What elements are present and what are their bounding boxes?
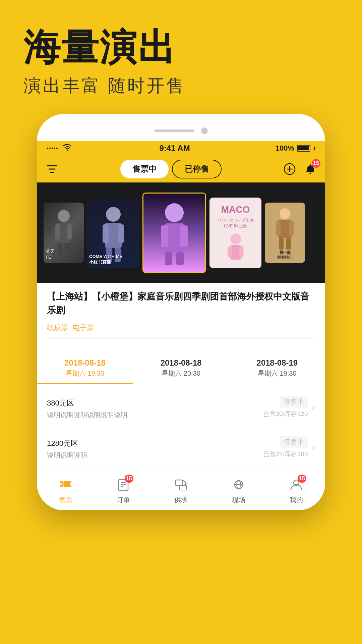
ticket-section: 380元区 说明说明说明说明说明说明 停售中 已售30/库存120 › 1280… (37, 387, 325, 468)
notification-badge: 15 (312, 159, 320, 168)
svg-point-20 (230, 234, 241, 244)
event-title: 【上海站】【小橙堡】家庭音乐剧四季剧团首部海外授权中文版音乐剧 (47, 290, 315, 317)
date-item-2[interactable]: 2018-08-18 星期六 20:30 (133, 354, 229, 384)
svg-rect-5 (67, 224, 72, 239)
ticket-row-1[interactable]: 380元区 说明说明说明说明说明说明 停售中 已售30/库存120 › (47, 387, 315, 427)
ticket-status-2: 停售中 已售22/库存180 (263, 436, 308, 459)
notification-button[interactable]: 15 (302, 161, 318, 177)
phone-mockup: ••••• 9:41 AM 100% 售票中 已停售 (37, 114, 325, 510)
carousel[interactable]: 分天FE COME WITH ME小红书直播 (37, 182, 325, 283)
phone-top-bar (37, 127, 325, 141)
carousel-item-3-featured[interactable] (142, 193, 206, 273)
svg-point-14 (165, 203, 184, 222)
app-nav-bar: 售票中 已停售 15 (37, 156, 325, 182)
status-right: 100% (276, 144, 315, 153)
bottom-tab-live[interactable]: 现场 (210, 473, 267, 504)
carousel-item-2[interactable]: COME WITH ME小红书直播 (87, 198, 139, 268)
bottom-tab-my[interactable]: 15 我的 (267, 473, 325, 504)
supply-tab-icon (172, 476, 190, 493)
svg-point-2 (58, 210, 70, 222)
carousel-item-2-title: COME WITH ME小红书直播 (89, 254, 137, 265)
tab-group: 售票中 已停售 (64, 160, 278, 178)
filter-icon[interactable] (44, 161, 60, 177)
order-tab-badge: 15 (125, 475, 133, 483)
bottom-tab-ticket[interactable]: 售票 (37, 473, 95, 504)
svg-point-24 (280, 208, 290, 219)
ticket-status-1: 停售中 已售30/库存120 (263, 396, 308, 418)
live-tab-label: 现场 (232, 495, 245, 504)
battery-icon (297, 145, 310, 152)
wifi-icon (63, 144, 71, 153)
date-item-3[interactable]: 2018-08-19 星期六 19:30 (229, 354, 325, 384)
svg-rect-4 (55, 224, 60, 239)
ticket-tab-icon (57, 476, 74, 493)
ticket-tab-label: 售票 (59, 495, 72, 504)
date-3-main: 2018-08-19 (229, 358, 325, 368)
add-button[interactable] (282, 161, 298, 177)
svg-rect-19 (176, 252, 184, 265)
order-tab-icon: 15 (115, 476, 132, 493)
date-item-1[interactable]: 2018-08-18 星期六 19:30 (37, 354, 133, 384)
date-1-sub: 星期六 19:30 (37, 369, 133, 378)
carousel-item-4[interactable]: MACO リリースライブ上海LIVE IN 上海 (209, 198, 261, 268)
svg-rect-28 (279, 238, 284, 250)
svg-rect-10 (103, 224, 109, 243)
svg-rect-11 (118, 224, 124, 243)
status-bar: ••••• 9:41 AM 100% (37, 141, 325, 156)
tag-paper-ticket: 纸质票 (47, 322, 68, 334)
carousel-item-1[interactable]: 分天FE (44, 203, 84, 263)
event-section: 【上海站】【小橙堡】家庭音乐剧四季剧团首部海外授权中文版音乐剧 纸质票 电子票 (37, 283, 325, 350)
hero-section: 海量演出 演出丰富 随时开售 (0, 0, 362, 98)
status-time: 9:41 AM (160, 144, 190, 153)
ticket-desc-1: 说明说明说明说明说明说明 (47, 411, 263, 420)
svg-rect-17 (180, 225, 188, 247)
svg-rect-26 (276, 221, 281, 235)
tag-e-ticket: 电子票 (73, 322, 94, 334)
ticket-price-1-value: 380 (47, 399, 59, 407)
ticket-status-label-1: 停售中 (280, 396, 308, 408)
bottom-tab-supply[interactable]: 供求 (152, 473, 210, 504)
tab-selling[interactable]: 售票中 (120, 160, 169, 178)
svg-rect-16 (161, 225, 168, 247)
bottom-tab-bar: 售票 15 订单 (37, 467, 325, 510)
battery-tip (314, 147, 315, 150)
my-tab-icon: 15 (288, 476, 305, 493)
carousel-item-5[interactable]: 另一生2018/3/... (265, 203, 305, 263)
divider-1 (47, 338, 315, 339)
ticket-arrow-1: › (312, 402, 315, 413)
carousel-item-5-title: 另一生2018/3/... (277, 250, 293, 260)
ticket-arrow-2: › (312, 442, 315, 453)
my-tab-label: 我的 (290, 495, 303, 504)
hero-title: 海量演出 (23, 27, 339, 67)
svg-rect-35 (176, 480, 182, 485)
ticket-desc-2: 说明说明说明 (47, 451, 263, 460)
ticket-unit-2: 元区 (63, 439, 78, 447)
svg-rect-23 (239, 246, 243, 257)
svg-point-1 (310, 173, 311, 174)
ticket-row-2[interactable]: 1280元区 说明说明说明 停售中 已售22/库存180 › (47, 427, 315, 468)
svg-rect-36 (180, 485, 186, 490)
ticket-info-2: 1280元区 说明说明说明 (47, 435, 263, 460)
supply-tab-label: 供求 (174, 495, 188, 504)
event-tags: 纸质票 电子票 (47, 322, 315, 334)
my-tab-badge: 15 (298, 475, 306, 483)
ticket-unit-1: 元区 (59, 399, 74, 407)
svg-rect-29 (286, 238, 291, 250)
phone-speaker (154, 129, 194, 132)
tab-stopped[interactable]: 已停售 (172, 160, 222, 178)
order-tab-label: 订单 (117, 495, 130, 504)
ticket-stock-1: 已售30/库存120 (263, 410, 308, 418)
signal-dots: ••••• (47, 146, 59, 151)
battery-percent: 100% (276, 144, 294, 153)
ticket-stock-2: 已售22/库存180 (263, 450, 308, 459)
svg-point-8 (106, 207, 121, 222)
status-left: ••••• (47, 144, 74, 153)
svg-rect-18 (165, 252, 172, 265)
live-tab-icon (230, 476, 247, 493)
date-2-main: 2018-08-18 (133, 358, 229, 368)
date-selector: 2018-08-18 星期六 19:30 2018-08-18 星期六 20:3… (37, 350, 325, 387)
bottom-tab-order[interactable]: 15 订单 (95, 473, 152, 504)
svg-rect-22 (228, 246, 232, 257)
ticket-info-1: 380元区 说明说明说明说明说明说明 (47, 394, 263, 420)
carousel-item-1-title: 分天FE (46, 249, 82, 260)
